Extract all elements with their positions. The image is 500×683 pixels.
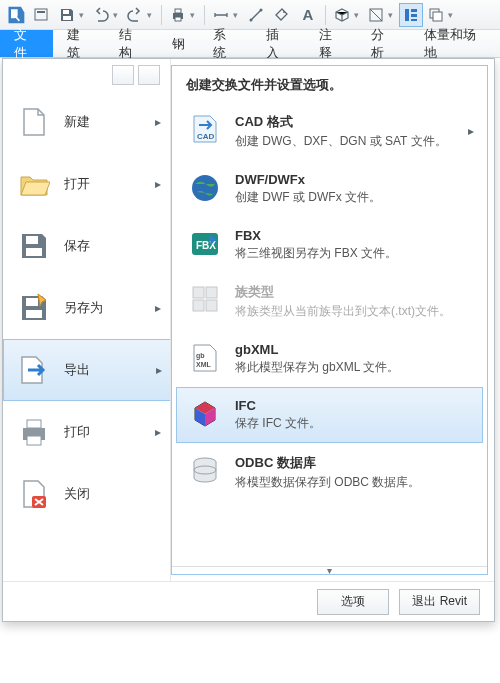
svg-rect-32 <box>206 300 217 311</box>
options-button[interactable]: 选项 <box>317 589 389 615</box>
file-menu-label: 打印 <box>64 423 90 441</box>
svg-text:CAD: CAD <box>197 132 215 141</box>
chevron-right-icon: ▸ <box>155 301 161 315</box>
undo-icon[interactable] <box>90 3 122 27</box>
svg-text:XML: XML <box>196 361 212 368</box>
chevron-right-icon: ▸ <box>156 363 162 377</box>
svg-point-7 <box>250 18 253 21</box>
export-item-gbxml[interactable]: gbXML gbXML 将此模型保存为 gbXML 文件。 <box>176 331 483 387</box>
tab-systems[interactable]: 系统 <box>199 30 252 57</box>
exit-revit-button[interactable]: 退出 Revit <box>399 589 480 615</box>
export-item-odbc[interactable]: ODBC 数据库 将模型数据保存到 ODBC 数据库。 <box>176 443 483 502</box>
tab-insert[interactable]: 插入 <box>252 30 305 57</box>
quick-access-toolbar: A <box>0 0 500 30</box>
svg-rect-18 <box>26 248 42 256</box>
chevron-right-icon: ▸ <box>468 124 474 138</box>
svg-rect-11 <box>405 9 409 21</box>
export-detail-pane: 创建交换文件并设置选项。 CAD CAD 格式 创建 DWG、DXF、DGN 或… <box>171 65 488 575</box>
tab-annotate[interactable]: 注释 <box>305 30 358 57</box>
detail-item-title: CAD 格式 <box>235 113 470 131</box>
3d-view-icon[interactable] <box>331 3 363 27</box>
tab-structure[interactable]: 结构 <box>105 30 158 57</box>
svg-rect-22 <box>27 420 41 428</box>
detail-item-title: FBX <box>235 228 470 243</box>
open-docs-btn[interactable] <box>138 65 160 85</box>
tab-analyze[interactable]: 分析 <box>357 30 410 57</box>
dimension-icon[interactable] <box>244 3 268 27</box>
file-menu-saveas[interactable]: 另存为 ▸ <box>3 277 170 339</box>
file-menu-label: 打开 <box>64 175 90 193</box>
export-item-dwf[interactable]: DWF/DWFx 创建 DWF 或 DWFx 文件。 <box>176 161 483 217</box>
text-icon[interactable]: A <box>296 3 320 27</box>
file-menu-save[interactable]: 保存 <box>3 215 170 277</box>
print-icon[interactable] <box>167 3 199 27</box>
tab-massing[interactable]: 体量和场地 <box>410 30 500 57</box>
gbxml-icon: gbXML <box>189 342 221 374</box>
svg-point-9 <box>283 11 285 13</box>
export-item-family-types: 族类型 将族类型从当前族导出到文本(.txt)文件。 <box>176 272 483 331</box>
svg-rect-1 <box>37 11 45 13</box>
svg-text:gb: gb <box>196 352 205 360</box>
tag-icon[interactable] <box>270 3 294 27</box>
recent-docs-btn[interactable] <box>112 65 134 85</box>
saveas-disk-icon <box>18 292 50 324</box>
file-menu-new[interactable]: 新建 ▸ <box>3 91 170 153</box>
open-icon[interactable] <box>30 3 54 27</box>
export-item-fbx[interactable]: FBX FBX 将三维视图另存为 FBX 文件。 <box>176 217 483 273</box>
section-icon[interactable] <box>365 3 397 27</box>
detail-item-desc: 将三维视图另存为 FBX 文件。 <box>235 245 470 262</box>
ribbon-tabs: 文件 建筑 结构 钢 系统 插入 注释 分析 体量和场地 <box>0 30 500 58</box>
dwf-globe-icon <box>189 172 221 204</box>
detail-item-desc: 保存 IFC 文件。 <box>235 415 470 432</box>
cad-file-icon: CAD <box>189 113 221 145</box>
detail-item-title: 族类型 <box>235 283 470 301</box>
svg-rect-5 <box>175 9 181 13</box>
detail-item-title: DWF/DWFx <box>235 172 470 187</box>
redo-icon[interactable] <box>124 3 156 27</box>
chevron-right-icon: ▸ <box>155 177 161 191</box>
svg-rect-30 <box>206 287 217 298</box>
detail-item-desc: 将族类型从当前族导出到文本(.txt)文件。 <box>235 303 470 320</box>
chevron-right-icon: ▸ <box>155 115 161 129</box>
window-icon[interactable] <box>425 3 457 27</box>
export-item-ifc[interactable]: IFC 保存 IFC 文件。 <box>176 387 483 443</box>
svg-rect-16 <box>433 12 442 21</box>
svg-rect-6 <box>175 17 181 21</box>
family-types-icon <box>189 283 221 315</box>
file-menu-label: 另存为 <box>64 299 103 317</box>
svg-point-8 <box>260 8 263 11</box>
file-menu-print[interactable]: 打印 ▸ <box>3 401 170 463</box>
tab-file[interactable]: 文件 <box>0 30 53 57</box>
odbc-database-icon <box>189 454 221 486</box>
file-menu-panel: 新建 ▸ 打开 ▸ 保存 另存为 ▸ <box>2 58 495 622</box>
svg-rect-2 <box>63 10 69 14</box>
open-folder-icon <box>18 168 50 200</box>
save-icon[interactable] <box>56 3 88 27</box>
svg-rect-23 <box>27 436 41 445</box>
file-menu-close[interactable]: 关闭 <box>3 463 170 525</box>
export-icon <box>18 354 50 386</box>
printer-icon <box>18 416 50 448</box>
file-menu-label: 关闭 <box>64 485 90 503</box>
detail-item-title: gbXML <box>235 342 470 357</box>
ifc-icon <box>189 398 221 430</box>
scroll-down-hint[interactable] <box>172 566 487 574</box>
properties-panel-icon[interactable] <box>399 3 423 27</box>
detail-item-desc: 将此模型保存为 gbXML 文件。 <box>235 359 470 376</box>
tab-steel[interactable]: 钢 <box>158 30 199 57</box>
file-menu-label: 保存 <box>64 237 90 255</box>
svg-rect-29 <box>193 287 204 298</box>
file-menu-export[interactable]: 导出 ▸ <box>3 339 170 401</box>
svg-rect-20 <box>26 310 42 318</box>
file-menu-label: 新建 <box>64 113 90 131</box>
file-menu-open[interactable]: 打开 ▸ <box>3 153 170 215</box>
svg-point-26 <box>192 175 218 201</box>
tab-architecture[interactable]: 建筑 <box>53 30 106 57</box>
fbx-icon: FBX <box>189 228 221 260</box>
export-item-cad[interactable]: CAD CAD 格式 创建 DWG、DXF、DGN 或 SAT 文件。 ▸ <box>176 102 483 161</box>
save-disk-icon <box>18 230 50 262</box>
detail-item-desc: 创建 DWF 或 DWFx 文件。 <box>235 189 470 206</box>
file-menu-list: 新建 ▸ 打开 ▸ 保存 另存为 ▸ <box>3 59 171 581</box>
app-icon[interactable] <box>4 3 28 27</box>
measure-icon[interactable] <box>210 3 242 27</box>
